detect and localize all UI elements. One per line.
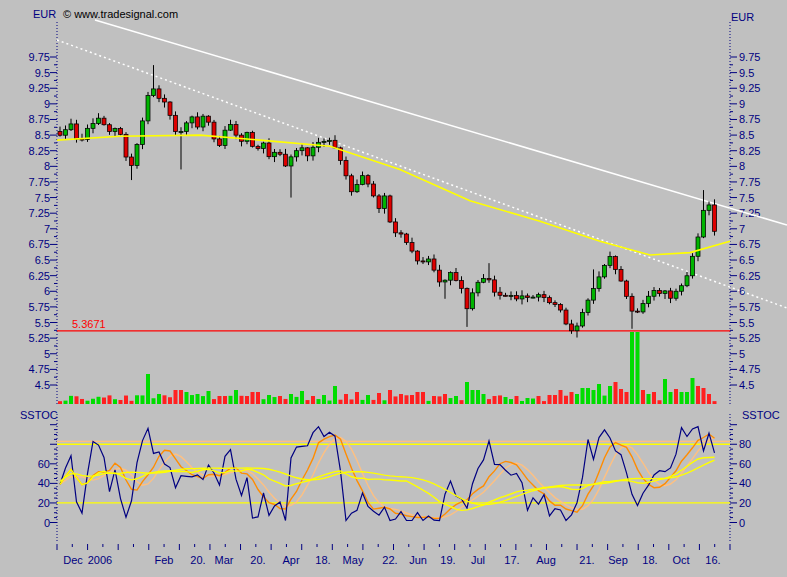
axis-tick-label: 4.75 [739,363,760,375]
volume-bar [102,398,106,404]
axis-tick-label: 8.25 [29,145,50,157]
candle-body [157,89,161,98]
volume-bar [245,396,249,404]
candle-body [674,291,678,298]
volume-bar [707,394,711,404]
candle-body [669,291,673,298]
candle-body [295,151,299,157]
axis-tick-label: 5.5 [739,317,754,329]
volume-bar [311,396,315,404]
axis-tick-label: 6.5 [35,254,50,266]
volume-bar [289,394,293,404]
time-axis-label: 16. [705,554,720,566]
axis-tick-label: 60 [739,458,751,470]
candle-body [350,176,354,192]
candle-body [471,293,475,309]
volume-bar [251,392,255,404]
candle-body [135,145,139,166]
volume-bar [80,399,84,404]
volume-bar [696,386,700,404]
volume-bar [130,401,134,404]
axis-tick-label: 8.5 [35,129,50,141]
candle-body [306,148,310,156]
volume-bar [284,399,288,404]
time-axis-ticks [57,544,730,550]
volume-bar [614,382,618,404]
candle-body [520,296,524,299]
candle-body [234,125,238,136]
axis-tick-label: 7.5 [739,192,754,204]
currency-label-left: EUR [33,8,56,20]
volume-bar [465,382,469,404]
volume-bar [361,400,365,404]
candle-body [267,143,271,157]
time-axis-label: 2006 [88,554,112,566]
volume-bar [355,392,359,404]
volume-bar [113,399,117,404]
volume-bar [229,396,233,404]
candle-body [229,125,233,131]
volume-bar [487,399,491,404]
time-axis-label: Apr [282,554,299,566]
volume-bar [185,392,189,404]
volume-bar [58,401,62,404]
time-axis-label: Jul [471,554,485,566]
axis-tick-label: 7.25 [29,207,50,219]
volume-bar [476,390,480,404]
time-axis-label: Jun [409,554,427,566]
watermark: © www.tradesignal.com [63,8,178,20]
time-axis-label: Dec [63,554,83,566]
volume-bar [64,401,68,404]
volume-bar [267,395,271,404]
candle-body [443,280,447,282]
candle-body [130,157,134,165]
volume-bar [669,392,673,404]
volume-bar [592,390,596,404]
time-axis-label: 17. [504,554,519,566]
volume-bar [608,386,612,404]
volume-bar [278,396,282,404]
axis-tick-label: 5 [44,348,50,360]
time-axis-label: 18. [642,554,657,566]
axis-tick-label: 9 [739,98,745,110]
volume-bar [471,390,475,404]
axis-tick-label: 20 [739,497,751,509]
candle-body [608,256,612,265]
axis-tick-label: 7 [44,223,50,235]
time-axis-labels: Dec2006Feb20.Mar20.Apr18.May22.Jun19.Jul… [63,554,720,566]
axis-tick-label: 9.5 [739,67,754,79]
candle-body [91,123,95,128]
volume-bar [498,395,502,404]
volume-bar [124,396,128,404]
candle-body [526,296,530,298]
volume-bar [339,400,343,404]
candle-body [141,121,145,145]
volume-bar [443,394,447,404]
candle-body [515,295,519,298]
time-axis-label: 19. [440,554,455,566]
candle-body [438,270,442,282]
volume-bar [531,399,535,404]
candle-body [449,273,453,281]
candle-body [399,233,403,234]
candle-body [273,152,277,156]
candle-body [603,265,607,277]
volume-bar [306,400,310,404]
candle-body [658,290,662,293]
volume-bar [652,392,656,404]
axis-tick-label: 80 [739,438,751,450]
candle-body [377,196,381,209]
volume-bar [317,399,321,404]
candle-body [713,205,717,231]
volume-bar [548,395,552,404]
chart-canvas: 4.54.7555.255.55.7566.256.56.7577.257.57… [0,0,787,577]
volume-bar [421,392,425,404]
axis-tick-label: 7 [739,223,745,235]
candle-body [630,296,634,311]
candle-body [69,124,73,130]
axis-tick-label: 6.75 [739,238,760,250]
axis-tick-label: 6.25 [739,270,760,282]
candle-body [185,123,189,132]
candle-body [124,134,128,157]
candle-body [696,237,700,256]
